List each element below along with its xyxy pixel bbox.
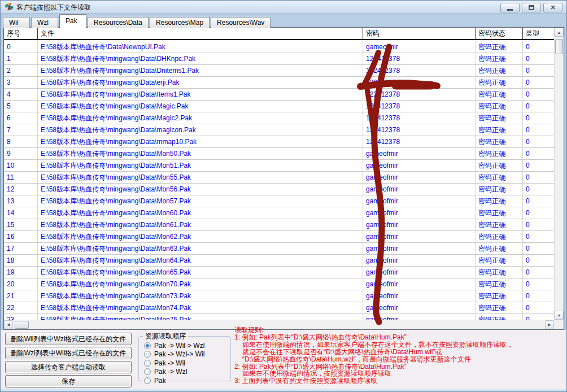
table-row[interactable]: 19E:\58版本库\热血传奇\mingwang\Data\Mon65.Pakg… [4,267,554,278]
column-header-4[interactable]: 类型 [523,28,554,39]
table-row[interactable]: 6E:\58版本库\热血传奇\mingwang\Data\Magic2.Pak1… [4,112,554,124]
cell-password: gameofmir [363,302,476,313]
cell-type: 0 [523,53,554,64]
auto-read-client-button[interactable]: 选择传奇客户端自动读取 [5,361,132,373]
maximize-button[interactable] [522,3,541,12]
cell-status: 密码正确 [476,184,523,195]
scroll-down-button[interactable]: ▼ [555,311,564,320]
radio-option-pak-wil-wzl[interactable]: Pak -> Wil-> Wzl [144,342,204,350]
table-row[interactable]: 4E:\58版本库\热血传奇\mingwang\Data\Items1.Pak1… [4,89,554,101]
radio-option-label: Pak -> Wil [154,359,185,367]
tab-wil[interactable]: Wil [3,17,30,28]
cell-index: 13 [4,195,38,207]
table-row[interactable]: 7E:\58版本库\热血传奇\mingwang\Data\magicon.Pak… [4,124,554,136]
radio-option-pak-wzl-wil[interactable]: Pak -> Wzl-> Wil [144,350,204,358]
close-button[interactable]: ✕ [543,3,562,12]
table-row[interactable]: 3E:\58版本库\热血传奇\mingwang\Data\erji.Pak122… [4,77,554,89]
cell-file: E:\58版本库\热血传奇\mingwang\Data\Mon63.Pak [38,243,363,254]
minimize-button[interactable] [500,3,520,12]
table-row[interactable]: 13E:\58版本库\热血传奇\mingwang\Data\Mon57.Pakg… [4,195,554,207]
column-header-1[interactable]: 文件 [38,28,363,39]
table-row[interactable]: 17E:\58版本库\热血传奇\mingwang\Data\Mon63.Pakg… [4,243,554,255]
cell-password: gameofmir [363,195,476,207]
delete-wzl-existing-in-wil-button[interactable]: 删除Wil列表中Wzl格式已经存在的文件 [5,333,132,345]
table-row[interactable]: 16E:\58版本库\热血传奇\mingwang\Data\Mon62.Pakg… [4,231,554,243]
cell-index: 20 [4,278,38,290]
cell-index: 17 [4,243,38,254]
cell-index: 2 [4,65,38,76]
delete-wil-existing-in-wzl-button[interactable]: 删除Wzl列表中Wil格式已经存在的文件 [5,347,132,359]
table-row[interactable]: 12E:\58版本库\热血传奇\mingwang\Data\Mon56.Pakg… [4,184,554,195]
table-row[interactable]: 2E:\58版本库\热血传奇\mingwang\Data\Dnitems1.Pa… [4,65,554,77]
cell-password: 122412378 [363,124,476,136]
table-row[interactable]: 8E:\58版本库\热血传奇\mingwang\Data\mmap10.Pak1… [4,136,554,148]
table-row[interactable]: 23E:\58版本库\热血传奇\mingwang\Data\Mon75.Pakg… [4,314,554,320]
cell-status: 密码正确 [476,231,523,242]
table-row[interactable]: 20E:\58版本库\热血传奇\mingwang\Data\Mon70.Pakg… [4,278,554,290]
table-row[interactable]: 0E:\58版本库\热血传奇\Data\NewopUI.Pakgameofmir… [4,41,554,53]
cell-index: 0 [4,41,38,53]
radio-option-pak-wzl[interactable]: Pak -> Wzl [144,368,187,376]
cell-type: 0 [523,160,554,171]
close-icon: ✕ [550,5,555,11]
cell-index: 6 [4,112,38,124]
cell-index: 21 [4,290,38,302]
cell-index: 1 [4,53,38,64]
cell-type: 0 [523,148,554,159]
cell-status: 密码正确 [476,124,523,136]
radio-option-label: Pak [154,377,166,385]
table-row[interactable]: 5E:\58版本库\热血传奇\mingwang\Data\Magic.Pak12… [4,101,554,112]
tab-resources-data[interactable]: Resources\Data [88,17,149,28]
radio-option-label: Pak -> Wzl [154,368,187,376]
cell-index: 10 [4,160,38,171]
cell-type: 0 [523,290,554,302]
table-row[interactable]: 15E:\58版本库\热血传奇\mingwang\Data\Mon61.Pakg… [4,219,554,231]
cell-status: 密码正确 [476,172,523,183]
cell-password: gameofmir [363,148,476,159]
table-row[interactable]: 21E:\58版本库\热血传奇\mingwang\Data\Mon73.Pakg… [4,290,554,302]
cell-type: 0 [523,172,554,183]
table-row[interactable]: 10E:\58版本库\热血传奇\mingwang\Data\Mon51.Pakg… [4,160,554,172]
cell-password: 122412378 [363,77,476,88]
cell-type: 0 [523,89,554,100]
cell-file: E:\58版本库\热血传奇\mingwang\Data\Mon73.Pak [38,290,363,302]
radio-option-pak-wil[interactable]: Pak -> Wil [144,359,185,367]
cell-password: 122412378 [363,101,476,112]
cell-index: 11 [4,172,38,183]
cell-password: 122412378 [363,136,476,147]
tab-resources-map[interactable]: Resources\Map [150,17,210,28]
table-row[interactable]: 11E:\58版本库\热血传奇\mingwang\Data\Mon55.Pakg… [4,172,554,184]
cell-index: 15 [4,219,38,230]
scroll-right-button[interactable]: ▶ [545,320,554,329]
vertical-scrollbar[interactable]: ▲ ▼ [554,28,564,320]
cell-password: gameofmir [363,278,476,290]
table-row[interactable]: 22E:\58版本库\热血传奇\mingwang\Data\Mon74.Pakg… [4,302,554,314]
column-header-3[interactable]: 密码状态 [476,28,523,39]
cell-password: gameofmir [363,207,476,219]
radio-option-pak[interactable]: Pak [144,377,166,385]
cell-index: 14 [4,207,38,219]
cell-index: 7 [4,124,38,136]
vertical-scroll-thumb[interactable] [555,39,563,54]
horizontal-scroll-thumb[interactable] [15,321,29,329]
scroll-left-icon: ◀ [7,323,10,327]
tab-resources-wav[interactable]: Resources\Wav [211,17,271,28]
cell-type: 0 [523,195,554,207]
table-row[interactable]: 1E:\58版本库\热血传奇\mingwang\Data\DHKnpc.Pak1… [4,53,554,65]
cell-type: 0 [523,302,554,313]
table-row[interactable]: 9E:\58版本库\热血传奇\mingwang\Data\Mon50.Pakga… [4,148,554,160]
cell-file: E:\58版本库\热血传奇\mingwang\Data\mmap10.Pak [38,136,363,147]
column-header-2[interactable]: 密码 [363,28,476,39]
tab-pak[interactable]: Pak [59,14,86,28]
cell-type: 0 [523,219,554,230]
cell-status: 密码正确 [476,41,523,53]
save-button[interactable]: 保存 [5,375,132,387]
cell-index: 8 [4,136,38,147]
table-row[interactable]: 18E:\58版本库\热血传奇\mingwang\Data\Mon64.Pakg… [4,255,554,267]
scroll-up-button[interactable]: ▲ [555,28,564,37]
tab-wzl[interactable]: Wzl [31,17,58,28]
cell-status: 密码正确 [476,278,523,290]
column-header-0[interactable]: 序号 [4,28,38,39]
table-row[interactable]: 14E:\58版本库\热血传奇\mingwang\Data\Mon60.Pakg… [4,207,554,219]
scroll-left-button[interactable]: ◀ [4,320,13,329]
